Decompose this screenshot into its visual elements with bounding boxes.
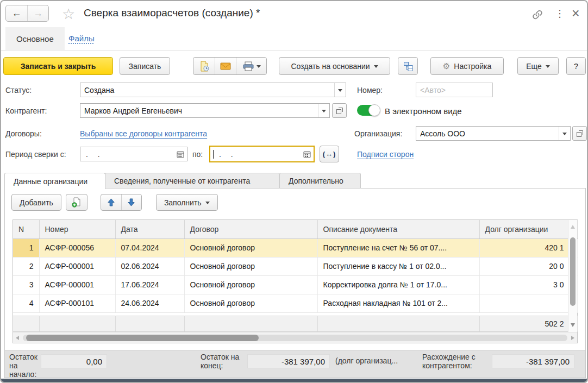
scroll-up-icon[interactable]	[571, 225, 575, 229]
balance-summary-bar: Остаток на начало: 0,00 Остаток на конец…	[5, 350, 585, 378]
table-header-row: NНомерДатаДоговорОписание документаДолг …	[13, 220, 577, 238]
scrollbar-thumb[interactable]	[26, 335, 259, 341]
tab-organization-data[interactable]: Данные организации	[4, 173, 105, 189]
table-cell[interactable]: АСФР-000056	[39, 238, 115, 257]
table-cell[interactable]: 4	[13, 294, 39, 312]
link-icon[interactable]	[531, 8, 544, 21]
save-and-close-button[interactable]: Записать и закрыть	[3, 57, 113, 75]
tab-additional[interactable]: Дополнительно	[279, 173, 361, 189]
table-cell[interactable]: Основной договор	[184, 238, 317, 257]
table-cell[interactable]: 17.06.2024	[115, 275, 184, 294]
closing-balance-label: Остаток на конец:	[201, 353, 251, 370]
status-dropdown-button[interactable]	[334, 83, 346, 97]
print-button[interactable]	[236, 58, 266, 74]
table-row[interactable]: 2АСФР-00000102.06.2024Основной договорПо…	[13, 257, 577, 275]
number-field[interactable]: <Авто>	[416, 83, 493, 97]
table-cell[interactable]: АСФР-000001	[39, 275, 115, 294]
table-row[interactable]: 4АСФР-00010124.06.2024Основной договорРа…	[13, 294, 577, 312]
caret-down-icon	[205, 202, 210, 204]
table-cell[interactable]: Основной договор	[184, 294, 317, 312]
table-cell[interactable]: 420 1	[479, 238, 577, 257]
electronic-label: В электронном виде	[385, 106, 462, 116]
table-cell[interactable]: 02.06.2024	[115, 257, 184, 275]
table-cell[interactable]: Основной договор	[184, 275, 317, 294]
column-header-2[interactable]: Дата	[115, 220, 184, 238]
table-row[interactable]: 3АСФР-00000117.06.2024Основной договорКо…	[13, 275, 577, 294]
tab-main[interactable]: Основное	[5, 27, 65, 50]
electronic-toggle[interactable]	[357, 105, 380, 116]
table-cell[interactable]: АСФР-000001	[39, 257, 115, 275]
choose-period-icon[interactable]: (↔)	[320, 146, 339, 162]
caret-down-icon	[322, 110, 326, 112]
scroll-left-icon[interactable]	[16, 336, 19, 340]
table-cell[interactable]: 20 0	[479, 257, 577, 275]
more-button[interactable]: Еще	[517, 57, 559, 75]
calendar-icon[interactable]	[301, 147, 314, 161]
organization-field[interactable]: Ассоль ООО	[416, 126, 571, 141]
table-row[interactable]: 1АСФР-00005607.04.2024Основной договорПо…	[13, 238, 577, 257]
save-button[interactable]: Записать	[120, 57, 170, 75]
counterparty-open-icon[interactable]	[332, 103, 347, 118]
table-cell[interactable]: АСФР-000101	[39, 294, 115, 312]
scroll-down-icon[interactable]	[571, 323, 575, 327]
scrollbar-thumb[interactable]	[570, 237, 576, 306]
print-caret-icon	[257, 65, 261, 68]
create-based-on-button[interactable]: Создать на основании	[279, 57, 390, 75]
period-from-field[interactable]: . .	[80, 147, 187, 161]
opening-balance-value: 0,00	[41, 354, 107, 368]
calendar-icon[interactable]	[174, 147, 187, 161]
table-cell[interactable]: 3 0	[479, 275, 577, 294]
column-header-1[interactable]: Номер	[39, 220, 115, 238]
scroll-right-icon[interactable]	[571, 336, 574, 340]
counterparty-field[interactable]: Марков Андрей Евгеньевич	[80, 103, 330, 118]
more-menu-kebab-icon[interactable]: ⋮	[555, 8, 565, 20]
table-cell[interactable]: 1	[13, 238, 39, 257]
window-bottom-edge	[1, 379, 587, 382]
column-header-4[interactable]: Описание документа	[317, 220, 479, 238]
status-field[interactable]: Создана	[80, 83, 346, 97]
table-cell[interactable]	[479, 294, 577, 312]
email-icon[interactable]	[215, 58, 236, 74]
tab-files[interactable]: Файлы	[68, 34, 95, 43]
document-structure-icon[interactable]	[398, 57, 418, 75]
table-cell[interactable]: Корректировка долга № 1 от 17.0...	[317, 275, 479, 294]
table-totals-row: 502 2	[13, 316, 577, 331]
signatures-link[interactable]: Подписи сторон	[357, 150, 414, 159]
table-cell[interactable]: 07.04.2024	[115, 238, 184, 257]
counterparty-dropdown-button[interactable]	[318, 104, 329, 117]
help-button[interactable]: ?	[566, 57, 586, 75]
add-row-button[interactable]: Добавить	[11, 194, 61, 211]
page-title: Сверка взаиморасчетов (создание) *	[84, 7, 260, 19]
back-button[interactable]: ←	[6, 5, 27, 21]
table-cell[interactable]: Основной договор	[184, 257, 317, 275]
column-header-3[interactable]: Договор	[184, 220, 317, 238]
fill-button[interactable]: Заполнить	[156, 194, 218, 211]
column-header-5[interactable]: Долг организации	[479, 220, 577, 238]
status-label: Статус:	[5, 86, 32, 95]
post-document-icon[interactable]	[193, 58, 215, 74]
horizontal-scrollbar[interactable]	[13, 332, 577, 343]
vertical-scrollbar[interactable]	[568, 220, 577, 332]
period-to-field[interactable]: . .	[209, 146, 315, 162]
table-cell[interactable]: 24.06.2024	[115, 294, 184, 312]
table-cell[interactable]: 3	[13, 275, 39, 294]
move-down-icon[interactable]	[121, 194, 141, 210]
table-cell[interactable]: Поступление в кассу № 1 от 02.0...	[317, 257, 479, 275]
title-bar: ← → ☆ Сверка взаиморасчетов (создание) *…	[1, 1, 587, 26]
favorite-star-icon[interactable]: ☆	[62, 5, 75, 23]
organization-dropdown-button[interactable]	[559, 127, 570, 140]
organization-open-icon[interactable]	[572, 126, 587, 141]
settings-button[interactable]: ⚙ Настройка	[430, 57, 504, 75]
table-cell[interactable]: Поступление на счет № 56 от 07....	[317, 238, 479, 257]
close-icon[interactable]: ×	[572, 5, 580, 21]
contracts-link[interactable]: Выбраны все договоры контрагента	[80, 129, 207, 138]
move-up-icon[interactable]	[101, 194, 121, 210]
column-header-0[interactable]: N	[13, 220, 39, 238]
documents-table-container: NНомерДатаДоговорОписание документаДолг …	[12, 219, 578, 343]
table-cell[interactable]: Расходная накладная № 101 от 2...	[317, 294, 479, 312]
tab-counterparty-info[interactable]: Сведения, полученные от контрагента	[105, 173, 280, 189]
move-row-group	[101, 194, 142, 211]
add-document-icon[interactable]	[66, 194, 87, 211]
table-cell[interactable]: 2	[13, 257, 39, 275]
forward-button[interactable]: →	[27, 5, 48, 21]
